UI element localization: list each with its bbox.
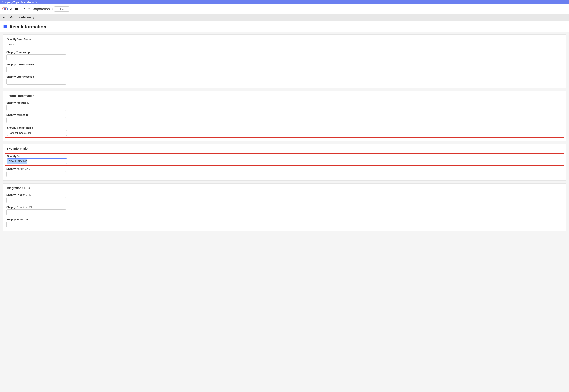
- banner-text: Company Type: Sales demo: [2, 1, 34, 4]
- nav-bar: ★ Order Entry: [0, 14, 569, 21]
- chevron-down-icon: [61, 16, 64, 18]
- nav-item-label: Order Entry: [19, 16, 34, 19]
- variant-id-input[interactable]: [6, 117, 66, 123]
- urls-heading: Integration URLs: [6, 186, 563, 191]
- transaction-id-label: Shopify Transaction ID: [6, 63, 66, 66]
- sku-card: SKU Information Shopify SKU I Shopify Pa…: [3, 144, 566, 181]
- sku-label: Shopify SKU: [7, 155, 67, 157]
- sync-status-label: Shopify Sync Status: [7, 38, 67, 41]
- sku-input[interactable]: [7, 158, 67, 164]
- logo-rings-icon: [2, 7, 9, 12]
- close-icon[interactable]: ✕: [35, 1, 37, 4]
- svg-point-4: [4, 27, 4, 28]
- list-icon[interactable]: [3, 25, 7, 29]
- svg-rect-5: [4, 28, 7, 28]
- function-url-input[interactable]: [6, 210, 66, 215]
- trigger-url-label: Shopify Trigger URL: [6, 194, 66, 196]
- trigger-url-input[interactable]: [6, 197, 66, 203]
- page-title: Item Information: [10, 24, 46, 29]
- parent-sku-input[interactable]: [6, 171, 66, 177]
- product-card: Product Information Shopify Product ID S…: [3, 91, 566, 141]
- nav-order-entry[interactable]: Order Entry: [18, 16, 64, 19]
- header: venn TECHNOLOGY Plum Corporation Top lev…: [0, 4, 569, 14]
- product-id-input[interactable]: [6, 105, 66, 111]
- function-url-label: Shopify Function URL: [6, 206, 66, 209]
- variant-name-highlight: Shopify Variant Name: [5, 125, 564, 138]
- variant-name-input[interactable]: [7, 130, 67, 136]
- urls-card: Integration URLs Shopify Trigger URL Sho…: [3, 183, 566, 231]
- svg-point-2: [4, 26, 4, 27]
- svg-rect-3: [4, 27, 7, 27]
- variant-id-label: Shopify Variant ID: [6, 113, 66, 116]
- sku-heading: SKU Information: [6, 147, 563, 151]
- logo-subtext: TECHNOLOGY: [9, 11, 20, 12]
- transaction-id-input[interactable]: [6, 67, 66, 72]
- sync-status-select[interactable]: Sync: [7, 42, 67, 47]
- logo[interactable]: venn TECHNOLOGY: [2, 6, 20, 12]
- sync-card: Shopify Sync Status Sync Shopify Timesta…: [3, 34, 566, 88]
- chevron-down-icon: [67, 8, 69, 10]
- star-icon[interactable]: ★: [2, 16, 5, 19]
- svg-point-0: [4, 25, 4, 26]
- error-message-input[interactable]: [6, 79, 66, 85]
- product-id-label: Shopify Product ID: [6, 101, 66, 104]
- top-level-dropdown[interactable]: Top level: [53, 6, 71, 12]
- logo-text: venn: [9, 6, 20, 11]
- title-row: Item Information: [0, 21, 569, 32]
- company-name: Plum Corporation: [23, 7, 50, 11]
- company-type-banner: Company Type: Sales demo ✕: [0, 0, 569, 4]
- action-url-input[interactable]: [6, 222, 66, 227]
- parent-sku-label: Shopify Parent SKU: [6, 168, 66, 170]
- timestamp-input[interactable]: [6, 54, 66, 60]
- sku-highlight: Shopify SKU I: [5, 153, 564, 166]
- error-message-label: Shopify Error Message: [6, 75, 66, 78]
- timestamp-label: Shopify Timestamp: [6, 51, 66, 54]
- product-heading: Product Information: [6, 94, 563, 98]
- top-level-label: Top level: [55, 8, 65, 11]
- svg-rect-1: [4, 26, 7, 26]
- home-icon[interactable]: [10, 15, 13, 19]
- sync-status-highlight: Shopify Sync Status Sync: [5, 37, 564, 49]
- content: Shopify Sync Status Sync Shopify Timesta…: [0, 32, 569, 236]
- action-url-label: Shopify Action URL: [6, 218, 66, 221]
- variant-name-label: Shopify Variant Name: [7, 126, 67, 129]
